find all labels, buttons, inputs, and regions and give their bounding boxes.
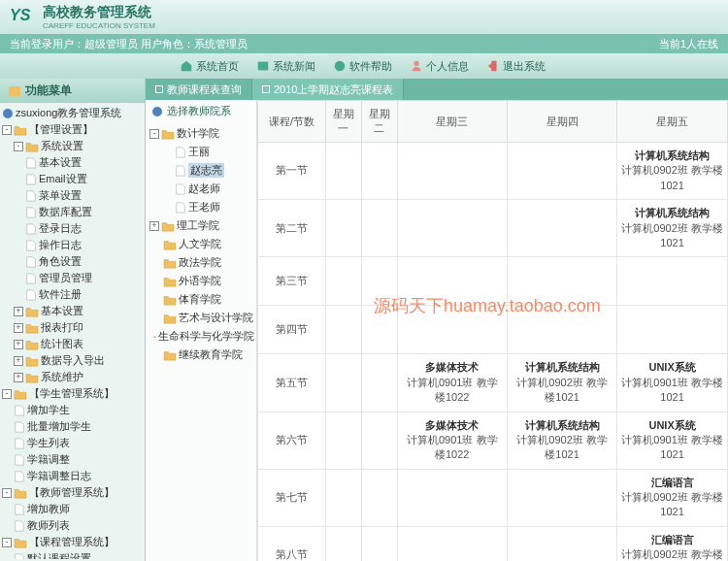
tree-leaf[interactable]: 教师列表 [2, 517, 143, 534]
schedule-cell[interactable]: 多媒体技术计算机0901班 教学楼1022 [397, 412, 507, 469]
schedule-cell-empty [397, 257, 507, 306]
globe-icon [151, 106, 163, 117]
tree-root[interactable]: zsuxiong教务管理系统 [2, 105, 143, 121]
expand-icon[interactable]: + [14, 307, 23, 316]
tree-leaf[interactable]: Email设置 [2, 171, 143, 187]
expand-icon[interactable]: + [14, 340, 23, 349]
dept-node[interactable]: 人文学院 [148, 235, 254, 253]
schedule-cell-empty [326, 412, 362, 469]
tree-leaf[interactable]: 增加学生 [2, 402, 143, 418]
online-count-text: 当前1人在线 [659, 37, 718, 51]
dept-node[interactable]: 体育学院 [148, 290, 254, 309]
teacher-node[interactable]: 赵老师 [148, 180, 254, 198]
teacher-node[interactable]: 王丽 [148, 143, 254, 161]
expand-icon[interactable]: - [149, 129, 159, 139]
period-label: 第二节 [258, 200, 326, 257]
tree-subgroup[interactable]: +报表打印 [2, 319, 143, 336]
dept-node[interactable]: 外语学院 [148, 272, 254, 290]
expand-icon[interactable]: + [14, 373, 23, 382]
schedule-cell[interactable]: UNIX系统计算机0901班 教学楼1021 [617, 354, 728, 412]
tree-subgroup[interactable]: +数据导入导出 [2, 352, 143, 369]
expand-icon[interactable]: - [2, 389, 12, 399]
schedule-cell-empty [326, 354, 362, 412]
menu-label: 系统新闻 [273, 59, 315, 74]
expand-icon[interactable]: + [149, 221, 159, 231]
expand-icon[interactable]: - [14, 142, 23, 151]
expand-icon[interactable]: + [14, 323, 23, 333]
schedule-cell[interactable]: 计算机系统结构计算机0902班 教学楼1021 [617, 143, 728, 200]
tab-label: 2010上学期赵志亮课程表 [274, 82, 393, 97]
tab-icon [262, 85, 270, 93]
schedule-cell[interactable]: 汇编语言计算机0902班 教学楼1021 [617, 526, 728, 561]
schedule-cell-empty [617, 306, 728, 354]
menu-help[interactable]: 软件帮助 [325, 56, 400, 77]
tree-leaf[interactable]: 基本设置 [2, 154, 143, 171]
menu-profile[interactable]: 个人信息 [402, 56, 477, 77]
day-header: 星期四 [507, 101, 616, 143]
tree-group[interactable]: -【课程管理系统】 [2, 534, 143, 550]
dept-node[interactable]: +理工学院 [148, 216, 254, 235]
dept-node[interactable]: 政法学院 [148, 253, 254, 272]
schedule-cell[interactable]: 多媒体技术计算机0901班 教学楼1022 [397, 354, 507, 412]
expand-icon[interactable]: - [2, 488, 12, 498]
period-label: 第四节 [258, 306, 326, 354]
teacher-node[interactable]: 王老师 [148, 198, 254, 216]
schedule-cell-empty [361, 412, 397, 469]
tree-leaf[interactable]: 数据库配置 [2, 204, 143, 220]
schedule-cell-empty [326, 143, 362, 200]
menu-home[interactable]: 系统首页 [172, 56, 247, 77]
teacher-node[interactable]: 赵志亮 [148, 161, 254, 180]
schedule-cell-empty [397, 526, 507, 561]
tree-leaf[interactable]: 操作日志 [2, 237, 143, 253]
dept-node[interactable]: 继续教育学院 [148, 346, 254, 364]
expand-icon[interactable]: - [2, 125, 12, 135]
tree-leaf[interactable]: 登录日志 [2, 220, 143, 237]
tree-leaf[interactable]: 学籍调整日志 [2, 468, 143, 484]
schedule-cell-empty [326, 469, 362, 526]
tree-leaf[interactable]: 学生列表 [2, 435, 143, 451]
schedule-cell[interactable]: UNIX系统计算机0901班 教学楼1021 [617, 412, 728, 469]
menu-label: 软件帮助 [349, 59, 392, 74]
schedule-cell-empty [361, 526, 397, 561]
tree-group[interactable]: -【学生管理系统】 [2, 385, 143, 402]
tree-leaf[interactable]: 菜单设置 [2, 187, 143, 204]
tree-leaf[interactable]: 学籍调整 [2, 451, 143, 468]
department-tree: -数计学院王丽赵志亮赵老师王老师+理工学院人文学院政法学院外语学院体育学院艺术与… [146, 122, 256, 366]
dept-node[interactable]: 艺术与设计学院 [148, 309, 254, 327]
tree-leaf[interactable]: 增加教师 [2, 501, 143, 517]
tree-leaf[interactable]: 默认课程设置 [2, 550, 143, 559]
tree-subgroup[interactable]: -系统设置 [2, 138, 143, 154]
help-icon [333, 59, 347, 73]
dept-node[interactable]: -数计学院 [148, 124, 254, 143]
tree-subgroup[interactable]: +基本设置 [2, 303, 143, 319]
schedule-cell-empty [507, 306, 616, 354]
tab-icon [155, 85, 163, 93]
schedule-cell[interactable]: 计算机系统结构计算机0902班 教学楼1021 [617, 200, 728, 257]
current-user-text: 当前登录用户：超级管理员 用户角色：系统管理员 [10, 37, 248, 51]
tree-leaf[interactable]: 软件注册 [2, 286, 143, 303]
tree-group[interactable]: -【管理设置】 [2, 121, 143, 138]
tree-leaf[interactable]: 管理员管理 [2, 270, 143, 286]
tree-group[interactable]: -【教师管理系统】 [2, 484, 143, 501]
period-label: 第八节 [258, 526, 326, 561]
schedule-cell[interactable]: 计算机系统结构计算机0902班 教学楼1021 [507, 412, 616, 469]
tab-schedule-detail[interactable]: 2010上学期赵志亮课程表 [252, 79, 404, 100]
expand-icon[interactable]: - [2, 538, 12, 547]
svg-point-4 [3, 109, 13, 118]
department-panel: 选择教师院系 -数计学院王丽赵志亮赵老师王老师+理工学院人文学院政法学院外语学院… [146, 100, 257, 561]
tab-teacher-schedule-query[interactable]: 教师课程表查询 [146, 79, 252, 100]
schedule-area: 源码天下huamay.taobao.com 课程/节数星期一星期二星期三星期四星… [257, 100, 728, 561]
tree-subgroup[interactable]: +系统维护 [2, 369, 143, 385]
dept-panel-header: 选择教师院系 [146, 100, 256, 122]
tree-leaf[interactable]: 批量增加学生 [2, 418, 143, 435]
period-label: 第一节 [258, 143, 326, 200]
tree-subgroup[interactable]: +统计图表 [2, 336, 143, 352]
schedule-cell[interactable]: 计算机系统结构计算机0902班 教学楼1021 [507, 354, 616, 412]
dept-header-text: 选择教师院系 [167, 104, 231, 118]
expand-icon[interactable]: + [14, 356, 23, 366]
dept-node[interactable]: 生命科学与化学学院 [148, 327, 254, 346]
tree-leaf[interactable]: 角色设置 [2, 253, 143, 270]
schedule-cell[interactable]: 汇编语言计算机0902班 教学楼1021 [617, 469, 728, 526]
menu-news[interactable]: 系统新闻 [248, 56, 323, 77]
menu-logout[interactable]: 退出系统 [479, 56, 553, 77]
